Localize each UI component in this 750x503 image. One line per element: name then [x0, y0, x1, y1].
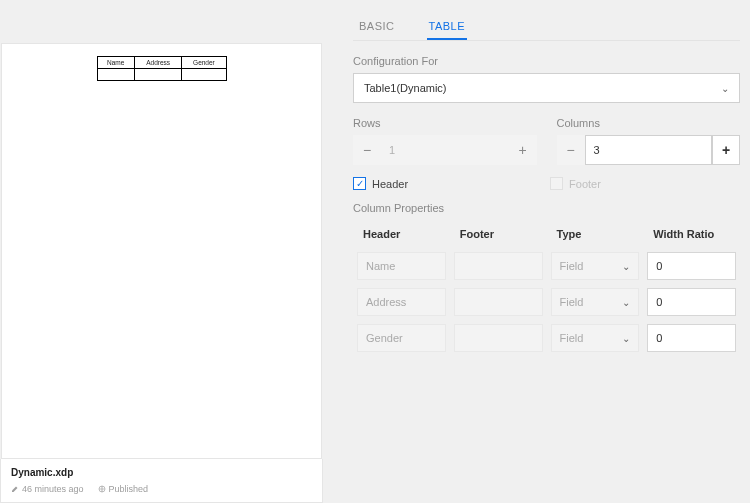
columns-increment[interactable]: +: [712, 135, 740, 165]
rows-decrement[interactable]: −: [353, 135, 381, 165]
col-header-type: Type: [547, 220, 644, 248]
chevron-down-icon: ⌄: [622, 333, 630, 344]
header-checkbox[interactable]: ✓ Header: [353, 177, 408, 190]
rows-stepper: − 1 +: [353, 135, 537, 165]
column-properties-table: Header Footer Type Width Ratio Name Fiel…: [353, 220, 740, 356]
colprop-header-input[interactable]: Gender: [357, 324, 446, 352]
pencil-icon: [11, 485, 19, 493]
table-row: [97, 69, 226, 81]
globe-icon: [98, 485, 106, 493]
colprop-width-input[interactable]: [647, 252, 736, 280]
preview-footer: Dynamic.xdp 46 minutes ago Published: [0, 459, 323, 503]
rows-increment[interactable]: +: [509, 135, 537, 165]
tabs: BASIC TABLE: [353, 14, 740, 41]
footer-checkbox-label: Footer: [569, 178, 601, 190]
preview-td: [97, 69, 134, 81]
colprop-width-input[interactable]: [647, 288, 736, 316]
properties-panel: BASIC TABLE Configuration For Table1(Dyn…: [323, 0, 750, 503]
chevron-down-icon: ⌄: [721, 83, 729, 94]
columns-decrement[interactable]: −: [557, 135, 585, 165]
columns-value[interactable]: 3: [585, 135, 713, 165]
chevron-down-icon: ⌄: [622, 297, 630, 308]
column-properties-row: Gender Field⌄: [353, 320, 740, 356]
column-properties-label: Column Properties: [353, 202, 740, 214]
colprop-width-input[interactable]: [647, 324, 736, 352]
preview-th-gender: Gender: [182, 57, 226, 69]
colprop-footer-input[interactable]: [454, 324, 543, 352]
preview-surface: Name Address Gender: [1, 43, 322, 459]
table-row: Name Address Gender: [97, 57, 226, 69]
col-header-header: Header: [353, 220, 450, 248]
tab-table[interactable]: TABLE: [427, 14, 468, 40]
chevron-down-icon: ⌄: [622, 261, 630, 272]
checkbox-icon: ✓: [353, 177, 366, 190]
columns-label: Columns: [557, 117, 741, 129]
status: Published: [98, 484, 149, 494]
preview-panel: Name Address Gender Dynamic.xdp 46 minut…: [0, 0, 323, 503]
config-for-select[interactable]: Table1(Dynamic) ⌄: [353, 73, 740, 103]
column-properties-row: Name Field⌄: [353, 248, 740, 284]
checkbox-icon: [550, 177, 563, 190]
col-header-width: Width Ratio: [643, 220, 740, 248]
header-checkbox-label: Header: [372, 178, 408, 190]
file-name: Dynamic.xdp: [11, 467, 312, 478]
colprop-footer-input[interactable]: [454, 288, 543, 316]
rows-label: Rows: [353, 117, 537, 129]
colprop-footer-input[interactable]: [454, 252, 543, 280]
modified-time: 46 minutes ago: [11, 484, 84, 494]
colprop-type-select[interactable]: Field⌄: [551, 288, 640, 316]
preview-th-address: Address: [134, 57, 181, 69]
columns-stepper: − 3 +: [557, 135, 741, 165]
colprop-type-select[interactable]: Field⌄: [551, 324, 640, 352]
footer-checkbox[interactable]: Footer: [550, 177, 601, 190]
preview-td: [182, 69, 226, 81]
config-for-label: Configuration For: [353, 55, 740, 67]
rows-value[interactable]: 1: [381, 135, 509, 165]
config-for-value: Table1(Dynamic): [364, 82, 447, 94]
preview-table: Name Address Gender: [97, 56, 227, 81]
colprop-header-input[interactable]: Address: [357, 288, 446, 316]
preview-td: [134, 69, 181, 81]
tab-basic[interactable]: BASIC: [357, 14, 397, 40]
colprop-type-select[interactable]: Field⌄: [551, 252, 640, 280]
column-properties-row: Address Field⌄: [353, 284, 740, 320]
colprop-header-input[interactable]: Name: [357, 252, 446, 280]
col-header-footer: Footer: [450, 220, 547, 248]
preview-th-name: Name: [97, 57, 134, 69]
